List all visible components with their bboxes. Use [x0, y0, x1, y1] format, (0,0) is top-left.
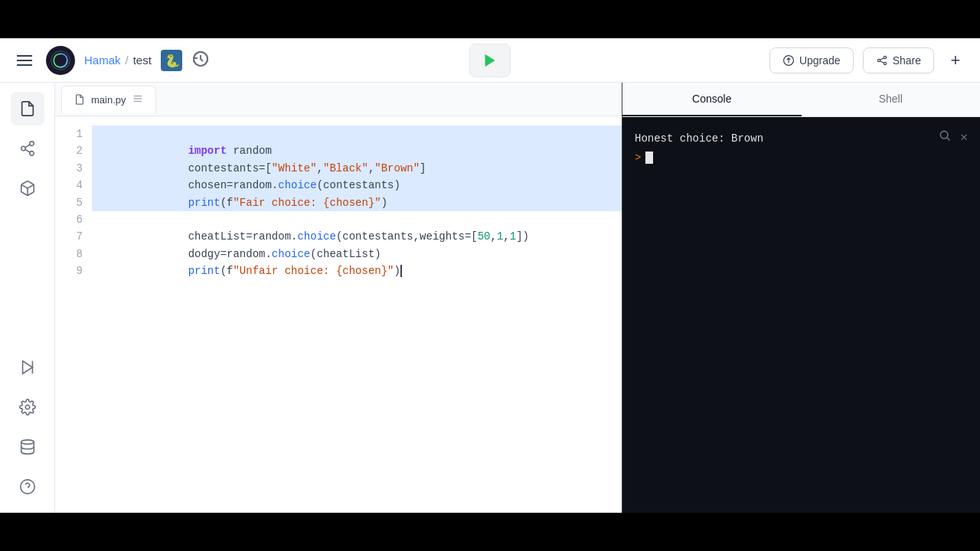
console-area: Honest choice: Brown ✕ > [622, 117, 980, 513]
line-num-9: 9 [55, 262, 92, 279]
hamburger-menu[interactable] [12, 51, 37, 70]
prompt-symbol: > [635, 152, 641, 164]
line-numbers: 1 2 3 4 5 6 7 8 9 [55, 116, 92, 289]
header-left: Hamak / test 🐍 [12, 46, 460, 75]
svg-line-27 [947, 138, 950, 141]
sidebar-icon-database[interactable] [11, 430, 44, 464]
line-num-3: 3 [55, 160, 92, 177]
prompt-cursor[interactable] [645, 152, 653, 164]
sidebar-icon-share[interactable] [11, 132, 44, 165]
console-prompt: > [635, 152, 968, 164]
search-icon[interactable] [939, 129, 951, 145]
svg-point-21 [20, 480, 34, 494]
svg-line-10 [880, 60, 884, 62]
svg-line-15 [24, 145, 29, 148]
main-area: Hamak / test 🐍 [0, 38, 980, 513]
console-actions: ✕ [939, 129, 968, 145]
svg-point-7 [877, 59, 880, 61]
share-button[interactable]: Share [863, 47, 934, 73]
close-icon[interactable]: ✕ [960, 129, 968, 145]
tab-shell[interactable]: Shell [802, 83, 981, 116]
editor-tabs: main.py [55, 83, 622, 116]
upgrade-label: Upgrade [799, 54, 841, 67]
svg-line-14 [24, 149, 29, 152]
header-center [469, 44, 511, 77]
sidebar-icon-help[interactable] [11, 470, 44, 504]
svg-marker-4 [485, 54, 495, 67]
svg-point-13 [29, 152, 34, 156]
share-label: Share [893, 54, 921, 67]
content-area: main.py 1 2 3 4 [0, 83, 980, 513]
add-button[interactable]: + [943, 48, 968, 73]
tab-menu-icon[interactable] [132, 93, 143, 106]
line-num-6: 6 [55, 211, 92, 228]
logo[interactable] [46, 46, 75, 75]
sidebar [0, 83, 55, 513]
line-num-2: 2 [55, 142, 92, 159]
svg-point-19 [25, 405, 30, 409]
right-panel: Console Shell Honest choice: Brown [622, 83, 980, 513]
run-button[interactable] [469, 44, 511, 77]
line-num-7: 7 [55, 228, 92, 245]
svg-text:🐍: 🐍 [165, 54, 180, 68]
breadcrumb: Hamak / test [84, 54, 152, 67]
svg-point-20 [21, 440, 34, 445]
breadcrumb-project: test [133, 54, 152, 67]
svg-line-9 [880, 57, 884, 59]
line-num-1: 1 [55, 126, 92, 142]
svg-point-12 [21, 146, 25, 151]
code-lines: import random contestants=["White","Blac… [92, 116, 622, 289]
svg-point-6 [884, 56, 886, 58]
code-line-1: import random [92, 126, 622, 142]
sidebar-icon-package[interactable] [11, 171, 44, 205]
sidebar-icon-run[interactable] [11, 350, 44, 384]
history-icon[interactable] [191, 50, 213, 71]
header: Hamak / test 🐍 [0, 38, 980, 83]
console-header: Honest choice: Brown ✕ [635, 129, 968, 148]
breadcrumb-username[interactable]: Hamak [84, 54, 121, 67]
svg-point-26 [941, 131, 949, 139]
tab-filename: main.py [91, 94, 126, 106]
tab-console[interactable]: Console [622, 83, 802, 116]
upgrade-button[interactable]: Upgrade [769, 47, 854, 73]
keyword-import: import [188, 145, 227, 157]
python-icon: 🐍 [161, 50, 182, 71]
line-num-8: 8 [55, 246, 92, 262]
sidebar-icon-settings[interactable] [11, 390, 44, 424]
line-num-5: 5 [55, 194, 92, 211]
line-num-4: 4 [55, 177, 92, 194]
svg-point-8 [884, 62, 886, 64]
editor-area: main.py 1 2 3 4 [55, 83, 622, 513]
top-bar [0, 0, 980, 38]
bottom-bar [0, 513, 980, 551]
breadcrumb-separator: / [126, 54, 129, 67]
sidebar-icon-file[interactable] [11, 92, 44, 126]
header-right: Upgrade Share + [520, 47, 968, 73]
editor-content[interactable]: 1 2 3 4 5 6 7 8 9 import random [55, 116, 622, 513]
console-text: Honest choice: Brown [635, 132, 763, 145]
main-py-tab[interactable]: main.py [61, 86, 156, 113]
svg-point-11 [29, 142, 34, 146]
console-output: Honest choice: Brown [635, 129, 763, 148]
panel-tabs: Console Shell [622, 83, 980, 117]
code-area: 1 2 3 4 5 6 7 8 9 import random [55, 116, 622, 289]
svg-marker-17 [22, 361, 32, 374]
